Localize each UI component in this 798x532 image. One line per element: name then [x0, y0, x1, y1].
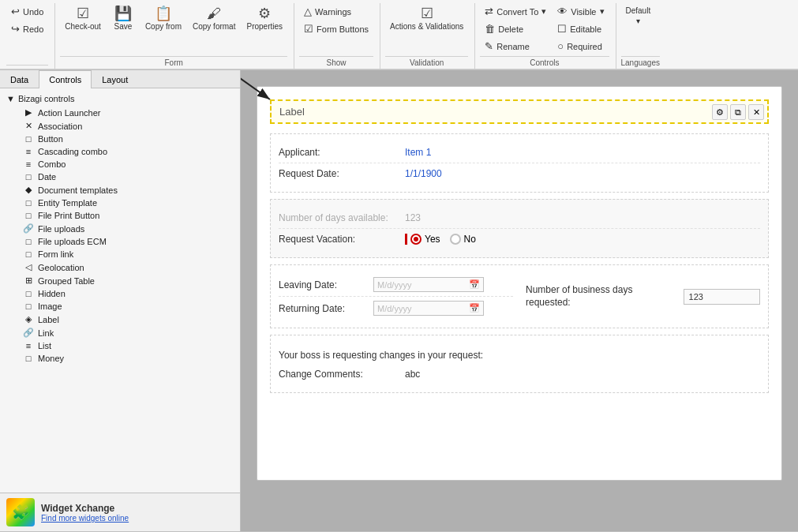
- warnings-button[interactable]: △ Warnings: [299, 3, 373, 20]
- copy-from-label: Copy from: [145, 22, 182, 31]
- widget-xchange-title: Widget Xchange: [41, 503, 129, 514]
- languages-label: Languages: [621, 56, 661, 69]
- sidebar-item-entity-template[interactable]: □ Entity Template: [19, 197, 237, 209]
- required-button[interactable]: ○ Required: [553, 38, 609, 54]
- sidebar-item-list[interactable]: ≡ List: [19, 339, 237, 352]
- sidebar-item-grouped-table[interactable]: ⊞ Grouped Table: [19, 274, 237, 287]
- undo-button[interactable]: ↩ Undo: [6, 3, 48, 20]
- redo-label: Redo: [23, 24, 43, 34]
- sidebar-item-label: Date: [38, 172, 56, 182]
- sidebar-tabs: Data Controls Layout: [0, 70, 240, 88]
- sidebar-item-label: Entity Template: [38, 198, 97, 208]
- editable-icon: ☐: [557, 23, 567, 35]
- sidebar-item-document-templates[interactable]: ◆ Document templates: [19, 183, 237, 197]
- sidebar-item-image[interactable]: □ Image: [19, 300, 237, 313]
- returning-date-input[interactable]: M/d/yyyy 📅: [373, 301, 484, 316]
- convert-to-button[interactable]: ⇄ Convert To ▾: [480, 3, 551, 20]
- sidebar-item-label: Action Launcher: [38, 108, 101, 118]
- required-label: Required: [567, 42, 602, 51]
- show-label: Show: [299, 56, 373, 69]
- sidebar-item-geolocation[interactable]: ◁ Geolocation: [19, 260, 237, 274]
- sidebar-item-file-uploads-ecm[interactable]: □ File uploads ECM: [19, 235, 237, 248]
- sidebar-item-label: Cascading combo: [38, 147, 107, 156]
- label-settings-button[interactable]: ⚙: [712, 104, 728, 120]
- calendar-icon-2: 📅: [469, 303, 480, 313]
- leaving-date-input[interactable]: M/d/yyyy 📅: [373, 277, 484, 292]
- list-icon: ≡: [22, 341, 35, 350]
- widget-xchange-icon: 🧩: [6, 498, 35, 526]
- sidebar-item-link[interactable]: 🔗 Link: [19, 326, 237, 339]
- copy-format-label: Copy format: [193, 22, 235, 31]
- widget-xchange-footer[interactable]: 🧩 Widget Xchange Find more widgets onlin…: [0, 493, 240, 531]
- redo-icon: ↪: [11, 23, 20, 35]
- editable-button[interactable]: ☐ Editable: [553, 21, 609, 37]
- sidebar-item-label: Button: [38, 134, 63, 144]
- label-copy-button[interactable]: ⧉: [730, 104, 746, 120]
- sidebar-item-money[interactable]: □ Money: [19, 352, 237, 365]
- form-buttons-button[interactable]: ☑ Form Buttons: [299, 21, 373, 37]
- sidebar-item-hidden[interactable]: □ Hidden: [19, 287, 237, 300]
- label-close-button[interactable]: ✕: [748, 104, 764, 120]
- sidebar-item-form-link[interactable]: □ Form link: [19, 248, 237, 260]
- hidden-icon: □: [22, 289, 35, 298]
- dates-col-right: Number of business days requested: 123: [526, 273, 760, 320]
- sidebar-item-association[interactable]: ✕ Association: [19, 119, 237, 133]
- sidebar-item-file-print-button[interactable]: □ File Print Button: [19, 209, 237, 222]
- form-section-main: Applicant: Item 1 Request Date: 1/1/1900: [270, 133, 769, 193]
- form-group-label: [6, 65, 48, 69]
- file-uploads-icon: 🔗: [22, 223, 35, 234]
- leaving-date-row: Leaving Date: M/d/yyyy 📅: [279, 273, 513, 297]
- sidebar-item-label: Form link: [38, 249, 73, 259]
- sidebar-item-combo[interactable]: ≡ Combo: [19, 158, 237, 170]
- rename-button[interactable]: ✎ Rename: [480, 38, 551, 54]
- sidebar-item-file-uploads[interactable]: 🔗 File uploads: [19, 222, 237, 235]
- visible-button[interactable]: 👁 Visible ▾: [553, 3, 609, 20]
- radio-yes-dot[interactable]: [410, 234, 421, 245]
- rename-label: Rename: [496, 42, 530, 51]
- business-days-input[interactable]: 123: [684, 289, 760, 305]
- redo-button[interactable]: ↪ Redo: [6, 21, 48, 37]
- tree-root[interactable]: ▼ Bizagi controls: [3, 92, 237, 106]
- sidebar-item-label: File uploads ECM: [38, 237, 107, 246]
- required-icon: ○: [557, 40, 564, 52]
- tab-controls[interactable]: Controls: [39, 70, 92, 88]
- properties-button[interactable]: ⚙ Properties: [242, 3, 287, 34]
- default-button[interactable]: Default ▾: [621, 3, 656, 28]
- warnings-label: Warnings: [315, 7, 351, 17]
- entity-template-icon: □: [22, 198, 35, 208]
- tab-layout[interactable]: Layout: [92, 70, 138, 88]
- action-launcher-icon: ▶: [22, 107, 35, 118]
- sidebar-item-label[interactable]: ◈ Label: [19, 313, 237, 326]
- tab-data[interactable]: Data: [0, 70, 39, 88]
- request-date-label: Request Date:: [279, 168, 405, 179]
- save-button[interactable]: 💾 Save: [107, 3, 139, 34]
- request-date-row: Request Date: 1/1/1900: [279, 163, 760, 184]
- actions-label: Actions & Validations: [390, 22, 463, 31]
- sidebar-item-action-launcher[interactable]: ▶ Action Launcher: [19, 106, 237, 119]
- widget-xchange-subtitle[interactable]: Find more widgets online: [41, 514, 129, 523]
- two-col-layout: Leaving Date: M/d/yyyy 📅 Returning Date:…: [279, 273, 760, 320]
- default-label: Default: [626, 6, 651, 15]
- controls-label: Controls: [480, 56, 609, 69]
- sidebar-item-date[interactable]: □ Date: [19, 170, 237, 183]
- association-icon: ✕: [22, 121, 35, 131]
- number-days-label: Number of days available:: [279, 212, 405, 223]
- checkout-button[interactable]: ☑ Check-out: [60, 3, 106, 34]
- validation-label: Validation: [385, 56, 468, 69]
- radio-group-wrapper: Yes No: [405, 234, 476, 245]
- form-link-icon: □: [22, 249, 35, 259]
- actions-validations-button[interactable]: ☑ Actions & Validations: [385, 3, 468, 34]
- radio-yes[interactable]: Yes: [410, 234, 440, 245]
- copy-format-button[interactable]: 🖌 Copy format: [188, 3, 240, 34]
- sidebar-item-button[interactable]: □ Button: [19, 133, 237, 145]
- copy-from-icon: 📋: [155, 6, 172, 21]
- number-days-value: 123: [405, 212, 421, 223]
- sidebar-item-cascading-combo[interactable]: ≡ Cascading combo: [19, 145, 237, 158]
- validation-group: ☑ Actions & Validations Validation: [382, 3, 475, 69]
- radio-no[interactable]: No: [450, 234, 476, 245]
- radio-no-dot[interactable]: [450, 234, 461, 245]
- form-buttons-icon: ☑: [304, 23, 313, 35]
- delete-button[interactable]: 🗑 Delete: [480, 21, 551, 37]
- sidebar-item-label: List: [38, 341, 51, 350]
- copy-from-button[interactable]: 📋 Copy from: [140, 3, 186, 34]
